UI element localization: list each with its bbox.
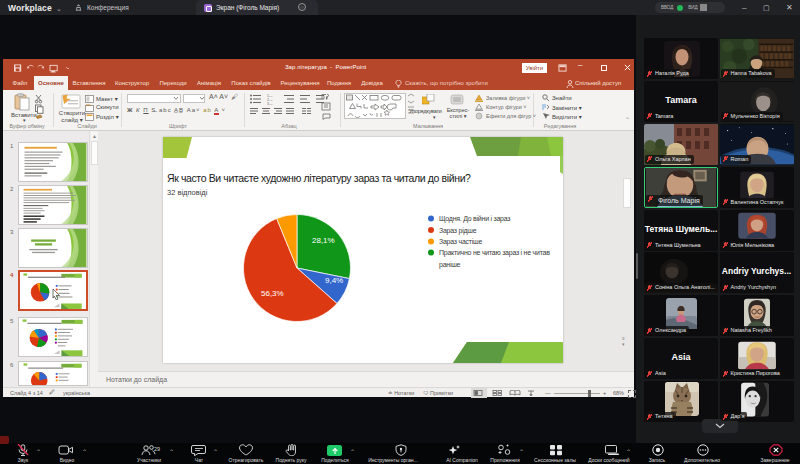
svg-text:Зараз частіше: Зараз частіше xyxy=(439,238,482,246)
svg-text:Зараз рідше: Зараз рідше xyxy=(439,227,477,235)
svg-text:3—: 3— xyxy=(267,102,273,106)
svg-text:Практично не читаю зараз і не: Практично не читаю зараз і не читав xyxy=(439,249,550,257)
svg-text:56,3%: 56,3% xyxy=(261,289,284,298)
svg-text:Щодня. До війни і зараз: Щодня. До війни і зараз xyxy=(439,215,510,223)
svg-text:раніше: раніше xyxy=(439,261,461,269)
svg-text:28,1%: 28,1% xyxy=(312,236,335,245)
svg-text:9,4%: 9,4% xyxy=(325,276,343,285)
